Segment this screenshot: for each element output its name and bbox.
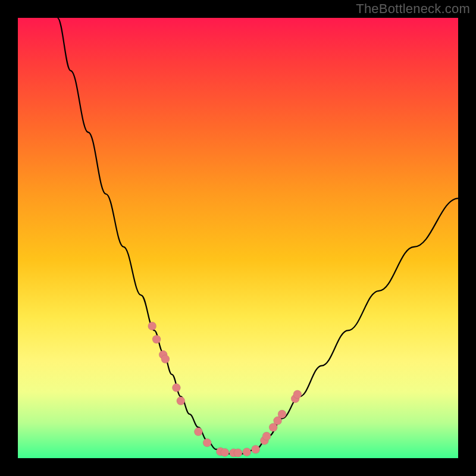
- bottleneck-curve: [58, 18, 458, 454]
- marker-dot: [148, 322, 156, 330]
- marker-dot: [243, 448, 251, 456]
- marker-dot: [172, 384, 180, 392]
- plot-area: [18, 18, 458, 458]
- chart-svg: [18, 18, 458, 458]
- frame-right: [458, 0, 476, 476]
- marker-dot: [221, 448, 229, 456]
- marker-dot: [293, 390, 302, 399]
- frame-left: [0, 0, 18, 476]
- marker-dot: [203, 439, 211, 447]
- marker-dot: [161, 355, 170, 364]
- marker-dot: [177, 397, 185, 405]
- marker-dot: [234, 449, 242, 457]
- marker-dots: [148, 322, 302, 457]
- marker-dot: [252, 445, 260, 453]
- marker-dot: [194, 428, 202, 436]
- marker-dot: [262, 432, 271, 440]
- watermark-text: TheBottleneck.com: [356, 1, 470, 17]
- marker-dot: [278, 410, 286, 418]
- frame-bottom: [0, 458, 476, 476]
- marker-dot: [152, 335, 161, 343]
